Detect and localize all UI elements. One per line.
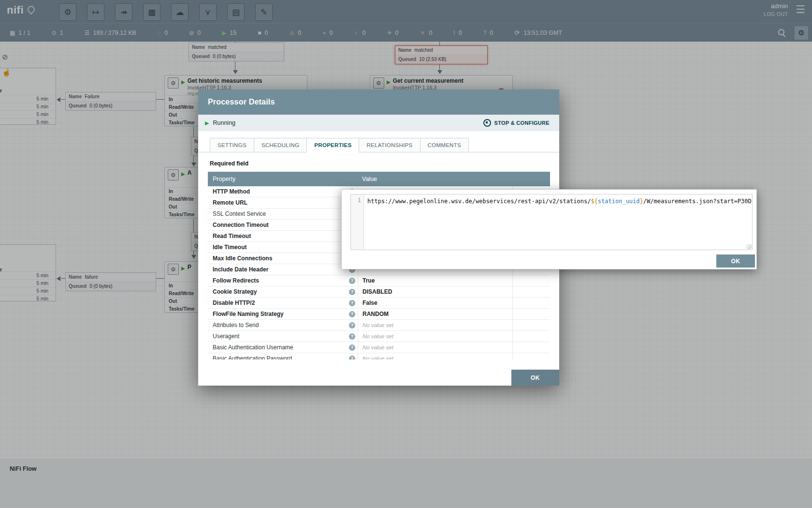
property-row[interactable]: Attributes to Send?No value set — [208, 320, 550, 331]
dialog-ok-button[interactable]: OK — [511, 370, 559, 386]
property-name-cell: Read Timeout? — [208, 231, 358, 241]
property-name: Include Date Header — [213, 266, 268, 273]
property-row[interactable]: FlowFile Naming Strategy?RANDOM — [208, 309, 550, 320]
property-name: Idle Timeout — [213, 244, 246, 251]
property-value[interactable]: No value set — [358, 353, 512, 359]
property-row[interactable]: Basic Authentication Password?No value s… — [208, 353, 550, 359]
property-value[interactable]: DISABLED — [358, 286, 512, 297]
property-value[interactable]: True — [358, 275, 512, 286]
url-segment-attribute: station_uuid — [598, 198, 640, 205]
property-name: Read Timeout — [213, 233, 251, 239]
remote-url-value[interactable]: https://www.pegelonline.wsv.de/webservic… — [364, 194, 752, 250]
tab-properties[interactable]: PROPERTIES — [306, 138, 359, 152]
property-name-cell: FlowFile Naming Strategy? — [208, 309, 358, 319]
line-number: 1 — [358, 197, 361, 204]
property-name: Max Idle Connections — [213, 255, 272, 262]
property-name-cell: Useragent? — [208, 331, 358, 342]
url-segment-bracket: ${ — [591, 198, 597, 205]
property-name-cell: SSL Context Service? — [208, 209, 358, 219]
property-name-cell: Remote URL? — [208, 197, 358, 208]
dialog-tabs: SETTINGSSCHEDULINGPROPERTIESRELATIONSHIP… — [198, 138, 559, 152]
property-name-cell: Connection Timeout? — [208, 220, 358, 230]
code-editor[interactable]: 1 https://www.pegelonline.wsv.de/webserv… — [350, 194, 753, 250]
stop-configure-icon — [483, 119, 491, 127]
property-name-cell: Idle Timeout? — [208, 242, 358, 253]
property-name: Attributes to Send — [213, 322, 259, 329]
property-extra-cell — [512, 342, 550, 353]
property-value[interactable]: No value set — [358, 331, 512, 342]
help-icon[interactable]: ? — [349, 278, 355, 284]
property-name: HTTP Method — [213, 188, 250, 195]
property-name-cell: Basic Authentication Password? — [208, 353, 358, 359]
property-name-cell: Follow Redirects? — [208, 275, 358, 286]
property-table-header: Property Value — [208, 172, 550, 186]
property-name: SSL Context Service — [213, 210, 266, 217]
property-value[interactable]: No value set — [358, 342, 512, 353]
property-extra-cell — [512, 331, 550, 342]
property-extra-cell — [512, 309, 550, 319]
processor-state: Running — [213, 120, 235, 126]
property-name: Connection Timeout — [213, 222, 269, 228]
property-name: Cookie Strategy — [213, 288, 257, 295]
help-icon[interactable]: ? — [349, 356, 355, 360]
url-segment-plain: /W/measurements.json?start=P30D — [643, 198, 752, 205]
property-value[interactable]: No value set — [358, 320, 512, 330]
property-row[interactable]: Useragent?No value set — [208, 331, 550, 342]
tab-scheduling[interactable]: SCHEDULING — [254, 138, 307, 152]
property-row[interactable]: Disable HTTP/2?False — [208, 298, 550, 309]
property-extra-cell — [512, 320, 550, 330]
property-value[interactable]: False — [358, 298, 512, 308]
resize-handle-icon[interactable] — [746, 244, 752, 249]
help-icon[interactable]: ? — [349, 322, 355, 329]
dialog-header: Processor Details — [198, 90, 559, 115]
property-name-cell: Attributes to Send? — [208, 320, 358, 330]
dialog-status-row: ▶ Running STOP & CONFIGURE — [198, 115, 559, 131]
stop-configure-label: STOP & CONFIGURE — [494, 120, 550, 126]
property-extra-cell — [512, 286, 550, 297]
value-column-header: Value — [358, 176, 550, 182]
property-row[interactable]: Follow Redirects?True — [208, 275, 550, 286]
tab-settings[interactable]: SETTINGS — [210, 138, 254, 152]
property-name-cell: Disable HTTP/2? — [208, 298, 358, 308]
tab-relationships[interactable]: RELATIONSHIPS — [359, 138, 420, 152]
editor-ok-button[interactable]: OK — [716, 254, 755, 268]
help-icon[interactable]: ? — [349, 300, 355, 306]
running-icon: ▶ — [205, 120, 209, 126]
property-name-cell: Include Date Header? — [208, 264, 358, 275]
tab-comments[interactable]: COMMENTS — [420, 138, 469, 152]
property-name: Useragent — [213, 333, 239, 340]
property-row[interactable]: Basic Authentication Username?No value s… — [208, 342, 550, 353]
property-extra-cell — [512, 298, 550, 308]
property-name: Follow Redirects — [213, 277, 259, 284]
help-icon[interactable]: ? — [349, 344, 355, 351]
property-column-header: Property — [208, 176, 358, 182]
help-icon[interactable]: ? — [349, 311, 355, 317]
property-name-cell: Max Idle Connections? — [208, 253, 358, 264]
dialog-title: Processor Details — [208, 98, 275, 106]
property-extra-cell — [512, 353, 550, 359]
property-name: FlowFile Naming Strategy — [213, 311, 284, 317]
url-segment-plain: https://www.pegelonline.wsv.de/webservic… — [367, 198, 591, 205]
property-value[interactable]: RANDOM — [358, 309, 512, 319]
property-name-cell: Cookie Strategy? — [208, 286, 358, 297]
help-icon[interactable]: ? — [349, 333, 355, 340]
property-name: Remote URL — [213, 199, 247, 206]
stop-and-configure-button[interactable]: STOP & CONFIGURE — [480, 119, 552, 127]
line-number-gutter: 1 — [351, 194, 364, 250]
help-icon[interactable]: ? — [349, 289, 355, 295]
nifi-application: nifi ⚙↦↠▦☁⋎▤✎ admin LOG OUT ☰ ▦1 / 1⊙1☰1… — [0, 0, 812, 508]
property-name-cell: Basic Authentication Username? — [208, 342, 358, 353]
property-extra-cell — [512, 275, 550, 286]
property-name-cell: HTTP Method? — [208, 186, 358, 197]
property-name: Basic Authentication Username — [213, 344, 293, 351]
required-field-note: Required field — [210, 160, 559, 167]
property-row[interactable]: Cookie Strategy?DISABLED — [208, 286, 550, 298]
property-value-editor: 1 https://www.pegelonline.wsv.de/webserv… — [341, 189, 757, 269]
url-segment-bracket: } — [640, 198, 643, 205]
property-name: Basic Authentication Password — [213, 355, 292, 359]
property-name: Disable HTTP/2 — [213, 299, 255, 306]
